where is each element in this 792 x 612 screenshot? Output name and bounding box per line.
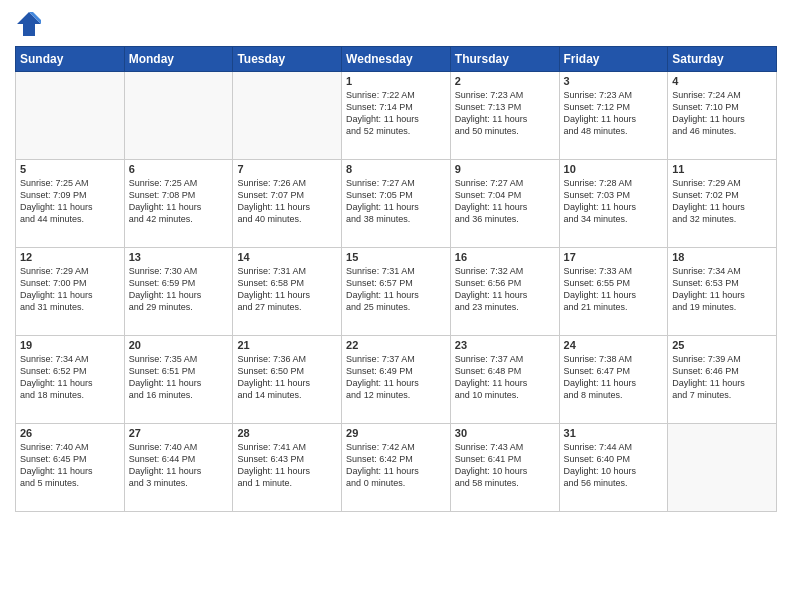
day-cell: 4Sunrise: 7:24 AM Sunset: 7:10 PM Daylig… xyxy=(668,72,777,160)
day-number: 1 xyxy=(346,75,446,87)
logo xyxy=(15,10,47,38)
page: SundayMondayTuesdayWednesdayThursdayFrid… xyxy=(0,0,792,612)
day-number: 14 xyxy=(237,251,337,263)
day-cell: 20Sunrise: 7:35 AM Sunset: 6:51 PM Dayli… xyxy=(124,336,233,424)
day-info: Sunrise: 7:29 AM Sunset: 7:02 PM Dayligh… xyxy=(672,177,772,226)
day-number: 11 xyxy=(672,163,772,175)
day-info: Sunrise: 7:27 AM Sunset: 7:04 PM Dayligh… xyxy=(455,177,555,226)
weekday-header-sunday: Sunday xyxy=(16,47,125,72)
day-number: 4 xyxy=(672,75,772,87)
day-number: 6 xyxy=(129,163,229,175)
weekday-header-wednesday: Wednesday xyxy=(342,47,451,72)
day-info: Sunrise: 7:36 AM Sunset: 6:50 PM Dayligh… xyxy=(237,353,337,402)
day-info: Sunrise: 7:34 AM Sunset: 6:53 PM Dayligh… xyxy=(672,265,772,314)
day-number: 31 xyxy=(564,427,664,439)
day-cell: 27Sunrise: 7:40 AM Sunset: 6:44 PM Dayli… xyxy=(124,424,233,512)
header xyxy=(15,10,777,38)
weekday-header-friday: Friday xyxy=(559,47,668,72)
day-cell: 10Sunrise: 7:28 AM Sunset: 7:03 PM Dayli… xyxy=(559,160,668,248)
day-info: Sunrise: 7:39 AM Sunset: 6:46 PM Dayligh… xyxy=(672,353,772,402)
weekday-header-row: SundayMondayTuesdayWednesdayThursdayFrid… xyxy=(16,47,777,72)
day-info: Sunrise: 7:32 AM Sunset: 6:56 PM Dayligh… xyxy=(455,265,555,314)
day-info: Sunrise: 7:31 AM Sunset: 6:57 PM Dayligh… xyxy=(346,265,446,314)
day-cell: 25Sunrise: 7:39 AM Sunset: 6:46 PM Dayli… xyxy=(668,336,777,424)
day-info: Sunrise: 7:34 AM Sunset: 6:52 PM Dayligh… xyxy=(20,353,120,402)
week-row-4: 26Sunrise: 7:40 AM Sunset: 6:45 PM Dayli… xyxy=(16,424,777,512)
day-number: 15 xyxy=(346,251,446,263)
day-number: 9 xyxy=(455,163,555,175)
weekday-header-tuesday: Tuesday xyxy=(233,47,342,72)
day-info: Sunrise: 7:31 AM Sunset: 6:58 PM Dayligh… xyxy=(237,265,337,314)
day-number: 26 xyxy=(20,427,120,439)
calendar-table: SundayMondayTuesdayWednesdayThursdayFrid… xyxy=(15,46,777,512)
day-number: 7 xyxy=(237,163,337,175)
day-info: Sunrise: 7:43 AM Sunset: 6:41 PM Dayligh… xyxy=(455,441,555,490)
day-cell: 14Sunrise: 7:31 AM Sunset: 6:58 PM Dayli… xyxy=(233,248,342,336)
day-number: 8 xyxy=(346,163,446,175)
day-cell: 3Sunrise: 7:23 AM Sunset: 7:12 PM Daylig… xyxy=(559,72,668,160)
day-number: 25 xyxy=(672,339,772,351)
day-number: 19 xyxy=(20,339,120,351)
day-cell: 28Sunrise: 7:41 AM Sunset: 6:43 PM Dayli… xyxy=(233,424,342,512)
day-info: Sunrise: 7:33 AM Sunset: 6:55 PM Dayligh… xyxy=(564,265,664,314)
day-info: Sunrise: 7:44 AM Sunset: 6:40 PM Dayligh… xyxy=(564,441,664,490)
day-cell: 29Sunrise: 7:42 AM Sunset: 6:42 PM Dayli… xyxy=(342,424,451,512)
day-info: Sunrise: 7:26 AM Sunset: 7:07 PM Dayligh… xyxy=(237,177,337,226)
day-cell: 7Sunrise: 7:26 AM Sunset: 7:07 PM Daylig… xyxy=(233,160,342,248)
day-number: 17 xyxy=(564,251,664,263)
day-number: 18 xyxy=(672,251,772,263)
weekday-header-thursday: Thursday xyxy=(450,47,559,72)
day-number: 20 xyxy=(129,339,229,351)
day-info: Sunrise: 7:25 AM Sunset: 7:09 PM Dayligh… xyxy=(20,177,120,226)
day-cell: 12Sunrise: 7:29 AM Sunset: 7:00 PM Dayli… xyxy=(16,248,125,336)
day-info: Sunrise: 7:29 AM Sunset: 7:00 PM Dayligh… xyxy=(20,265,120,314)
day-cell: 8Sunrise: 7:27 AM Sunset: 7:05 PM Daylig… xyxy=(342,160,451,248)
day-cell: 17Sunrise: 7:33 AM Sunset: 6:55 PM Dayli… xyxy=(559,248,668,336)
day-cell: 6Sunrise: 7:25 AM Sunset: 7:08 PM Daylig… xyxy=(124,160,233,248)
logo-icon xyxy=(15,10,43,38)
day-info: Sunrise: 7:27 AM Sunset: 7:05 PM Dayligh… xyxy=(346,177,446,226)
day-info: Sunrise: 7:30 AM Sunset: 6:59 PM Dayligh… xyxy=(129,265,229,314)
day-cell: 15Sunrise: 7:31 AM Sunset: 6:57 PM Dayli… xyxy=(342,248,451,336)
day-cell: 2Sunrise: 7:23 AM Sunset: 7:13 PM Daylig… xyxy=(450,72,559,160)
day-cell xyxy=(668,424,777,512)
day-info: Sunrise: 7:38 AM Sunset: 6:47 PM Dayligh… xyxy=(564,353,664,402)
day-cell: 31Sunrise: 7:44 AM Sunset: 6:40 PM Dayli… xyxy=(559,424,668,512)
week-row-2: 12Sunrise: 7:29 AM Sunset: 7:00 PM Dayli… xyxy=(16,248,777,336)
day-cell: 16Sunrise: 7:32 AM Sunset: 6:56 PM Dayli… xyxy=(450,248,559,336)
weekday-header-saturday: Saturday xyxy=(668,47,777,72)
day-info: Sunrise: 7:35 AM Sunset: 6:51 PM Dayligh… xyxy=(129,353,229,402)
day-info: Sunrise: 7:42 AM Sunset: 6:42 PM Dayligh… xyxy=(346,441,446,490)
day-info: Sunrise: 7:37 AM Sunset: 6:49 PM Dayligh… xyxy=(346,353,446,402)
day-number: 23 xyxy=(455,339,555,351)
day-number: 21 xyxy=(237,339,337,351)
day-cell: 24Sunrise: 7:38 AM Sunset: 6:47 PM Dayli… xyxy=(559,336,668,424)
day-number: 12 xyxy=(20,251,120,263)
week-row-3: 19Sunrise: 7:34 AM Sunset: 6:52 PM Dayli… xyxy=(16,336,777,424)
svg-marker-0 xyxy=(17,12,41,36)
day-cell: 21Sunrise: 7:36 AM Sunset: 6:50 PM Dayli… xyxy=(233,336,342,424)
weekday-header-monday: Monday xyxy=(124,47,233,72)
day-info: Sunrise: 7:22 AM Sunset: 7:14 PM Dayligh… xyxy=(346,89,446,138)
day-cell: 5Sunrise: 7:25 AM Sunset: 7:09 PM Daylig… xyxy=(16,160,125,248)
day-number: 16 xyxy=(455,251,555,263)
day-info: Sunrise: 7:24 AM Sunset: 7:10 PM Dayligh… xyxy=(672,89,772,138)
day-cell xyxy=(233,72,342,160)
day-info: Sunrise: 7:40 AM Sunset: 6:44 PM Dayligh… xyxy=(129,441,229,490)
day-cell: 30Sunrise: 7:43 AM Sunset: 6:41 PM Dayli… xyxy=(450,424,559,512)
day-cell: 26Sunrise: 7:40 AM Sunset: 6:45 PM Dayli… xyxy=(16,424,125,512)
day-number: 29 xyxy=(346,427,446,439)
day-info: Sunrise: 7:41 AM Sunset: 6:43 PM Dayligh… xyxy=(237,441,337,490)
day-cell xyxy=(16,72,125,160)
day-info: Sunrise: 7:25 AM Sunset: 7:08 PM Dayligh… xyxy=(129,177,229,226)
day-cell: 18Sunrise: 7:34 AM Sunset: 6:53 PM Dayli… xyxy=(668,248,777,336)
day-number: 28 xyxy=(237,427,337,439)
day-number: 22 xyxy=(346,339,446,351)
day-number: 30 xyxy=(455,427,555,439)
day-cell: 19Sunrise: 7:34 AM Sunset: 6:52 PM Dayli… xyxy=(16,336,125,424)
day-cell: 11Sunrise: 7:29 AM Sunset: 7:02 PM Dayli… xyxy=(668,160,777,248)
day-number: 3 xyxy=(564,75,664,87)
day-number: 13 xyxy=(129,251,229,263)
day-info: Sunrise: 7:40 AM Sunset: 6:45 PM Dayligh… xyxy=(20,441,120,490)
day-cell: 22Sunrise: 7:37 AM Sunset: 6:49 PM Dayli… xyxy=(342,336,451,424)
